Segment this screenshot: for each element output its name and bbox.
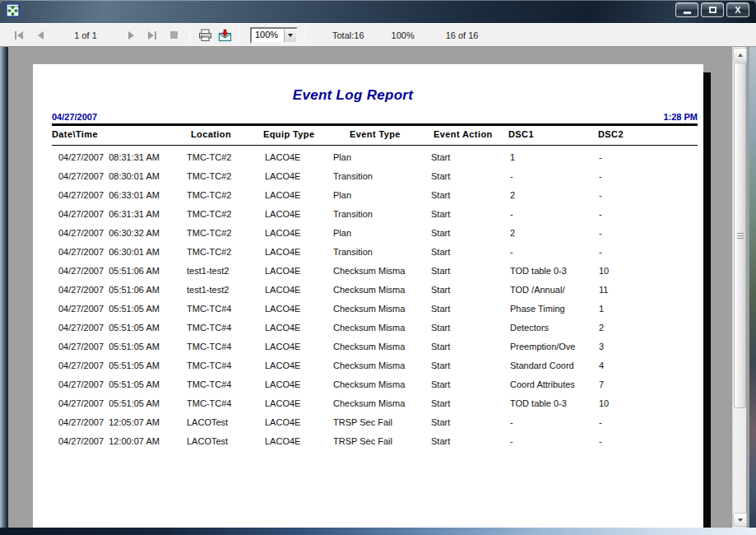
cell-dsc1: TOD /Annual/ <box>510 285 599 295</box>
cell-equip-type: LACO4E <box>265 209 333 219</box>
cell-dsc2: - <box>599 436 698 446</box>
report-page: Event Log Report 04/27/2007 1:28 PM Date… <box>33 64 703 528</box>
window-border-left <box>0 47 8 528</box>
cell-datetime: 04/27/2007 12:00:07 AM <box>55 436 187 446</box>
cell-dsc2: 2 <box>599 323 698 333</box>
cell-equip-type: LACO4E <box>265 379 333 389</box>
cell-datetime: 04/27/2007 12:05:07 AM <box>55 417 187 427</box>
table-row: 04/27/2007 05:51:05 AM TMC-TC#4 LACO4E C… <box>55 304 698 323</box>
cell-equip-type: LACO4E <box>265 417 333 427</box>
cell-dsc2: - <box>599 171 698 181</box>
cell-event-action: Start <box>431 342 510 351</box>
cell-datetime: 04/27/2007 05:51:05 AM <box>55 342 187 351</box>
cell-event-action: Start <box>431 398 510 408</box>
print-button[interactable] <box>195 26 215 44</box>
report-date: 04/27/2007 <box>52 112 97 122</box>
vertical-scrollbar[interactable] <box>732 47 746 528</box>
table-row: 04/27/2007 06:30:01 AM TMC-TC#2 LACO4E T… <box>55 247 698 266</box>
titlebar[interactable]: X <box>0 0 756 23</box>
cell-dsc2: - <box>599 209 698 219</box>
cell-equip-type: LACO4E <box>265 361 333 370</box>
cell-event-type: TRSP Sec Fail <box>333 417 431 427</box>
cell-equip-type: LACO4E <box>265 285 333 295</box>
export-icon <box>218 29 232 42</box>
zoom-dropdown-button[interactable] <box>284 29 296 42</box>
cell-event-type: Checksum Misma <box>333 361 431 370</box>
cell-equip-type: LACO4E <box>265 152 333 162</box>
table-row: 04/27/2007 12:05:07 AM LACOTest LACO4E T… <box>55 417 698 436</box>
cell-datetime: 04/27/2007 06:30:01 AM <box>55 247 187 257</box>
column-header-datetime: Date\Time <box>52 129 183 139</box>
cell-location: LACOTest <box>187 417 265 427</box>
minimize-button[interactable] <box>675 2 698 17</box>
cell-event-type: Plan <box>333 228 431 238</box>
cell-equip-type: LACO4E <box>265 266 333 276</box>
table-row: 04/27/2007 08:31:31 AM TMC-TC#2 LACO4E P… <box>55 152 698 171</box>
window-border-bottom <box>0 528 756 535</box>
column-header-row: Date\Time Location Equip Type Event Type… <box>55 129 698 139</box>
cell-event-action: Start <box>431 379 510 389</box>
cell-event-action: Start <box>431 266 510 276</box>
cell-event-action: Start <box>431 361 510 370</box>
cell-equip-type: LACO4E <box>265 323 333 333</box>
table-row: 04/27/2007 06:31:31 AM TMC-TC#2 LACO4E T… <box>55 209 698 228</box>
cell-event-type: Transition <box>333 171 431 181</box>
last-page-button[interactable] <box>141 26 163 44</box>
last-page-icon <box>148 31 154 40</box>
total-records-label: Total:16 <box>332 30 364 40</box>
cell-dsc1: Preemption/Ove <box>510 342 599 351</box>
column-header-event-action: Event Action <box>434 129 513 139</box>
maximize-button[interactable] <box>701 2 724 17</box>
report-viewport[interactable]: Event Log Report 04/27/2007 1:28 PM Date… <box>8 47 749 528</box>
scrollbar-thumb[interactable] <box>734 63 746 408</box>
cell-datetime: 04/27/2007 08:31:31 AM <box>55 152 187 162</box>
cell-dsc1: Detectors <box>510 323 599 333</box>
report-viewer-window: X 1 of 1 100% <box>0 0 756 535</box>
prev-page-icon <box>38 31 44 40</box>
cell-event-action: Start <box>431 285 510 295</box>
zoom-select[interactable]: 100% <box>250 27 298 44</box>
cell-dsc1: TOD table 0-3 <box>510 266 599 276</box>
cell-location: TMC-TC#4 <box>187 361 265 370</box>
cell-datetime: 04/27/2007 05:51:05 AM <box>55 323 187 333</box>
cell-location: test1-test2 <box>187 266 265 276</box>
cell-location: TMC-TC#2 <box>187 228 265 238</box>
cell-event-action: Start <box>431 228 510 238</box>
cell-event-type: Checksum Misma <box>333 379 431 389</box>
cell-dsc2: 3 <box>599 342 698 351</box>
cell-event-type: Plan <box>333 152 431 162</box>
close-button[interactable]: X <box>726 2 749 17</box>
table-row: 04/27/2007 06:33:01 AM TMC-TC#2 LACO4E P… <box>55 190 698 209</box>
cell-equip-type: LACO4E <box>265 304 333 314</box>
cell-dsc2: 4 <box>599 361 698 370</box>
cell-event-action: Start <box>431 190 510 200</box>
scroll-up-button[interactable] <box>733 48 747 62</box>
cell-dsc2: - <box>599 228 698 238</box>
stop-button[interactable] <box>163 26 184 44</box>
column-header-dsc1: DSC1 <box>508 129 597 139</box>
triangle-down-icon <box>738 519 743 522</box>
cell-event-type: Checksum Misma <box>333 323 431 333</box>
cell-dsc1: - <box>510 209 599 219</box>
next-page-button[interactable] <box>120 26 141 44</box>
divider-thin <box>52 145 698 146</box>
printer-icon <box>198 29 212 42</box>
cell-dsc1: - <box>510 436 599 446</box>
cell-dsc1: - <box>510 417 599 427</box>
minimize-icon <box>684 12 691 14</box>
page-shadow <box>703 72 711 528</box>
cell-dsc1: - <box>510 247 599 257</box>
cell-event-type: TRSP Sec Fail <box>333 436 431 446</box>
cell-dsc1: - <box>510 171 599 181</box>
table-row: 04/27/2007 05:51:05 AM TMC-TC#4 LACO4E C… <box>55 398 698 417</box>
divider-thick <box>52 123 698 126</box>
column-header-equip-type: Equip Type <box>263 129 332 139</box>
cell-location: TMC-TC#2 <box>187 190 265 200</box>
cell-event-action: Start <box>431 304 510 314</box>
first-page-button[interactable] <box>8 26 30 44</box>
cell-equip-type: LACO4E <box>265 228 333 238</box>
scroll-down-button[interactable] <box>733 513 747 527</box>
prev-page-button[interactable] <box>30 26 51 44</box>
cell-dsc1: Standard Coord <box>510 361 599 370</box>
export-button[interactable] <box>215 26 234 44</box>
